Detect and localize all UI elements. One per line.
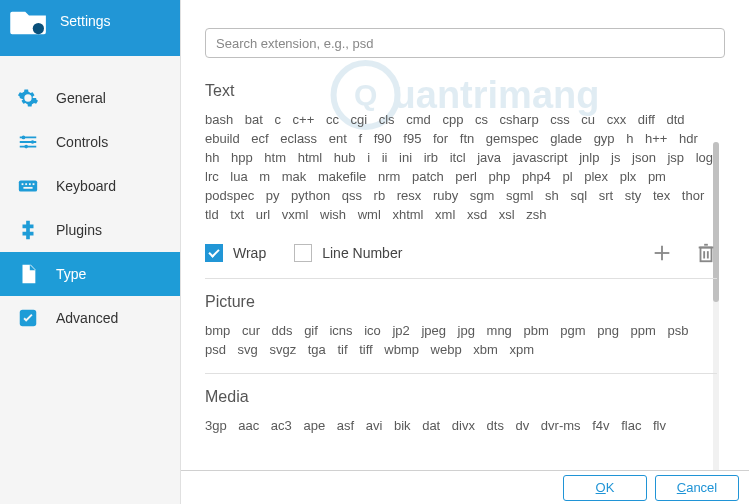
wrap-label: Wrap	[233, 245, 266, 261]
sidebar-item-plugins[interactable]: Plugins	[0, 208, 180, 252]
cancel-button[interactable]: Cancel	[655, 475, 739, 501]
main-panel: Quantrimang Text bash bat c c++ cc cgi c…	[181, 0, 749, 504]
sliders-icon	[14, 128, 42, 156]
sidebar-item-general[interactable]: General	[0, 76, 180, 120]
svg-rect-4	[19, 181, 37, 192]
separator	[205, 278, 717, 279]
separator	[205, 373, 717, 374]
sidebar-item-label: Advanced	[56, 310, 118, 326]
search-input[interactable]	[205, 28, 725, 58]
svg-rect-13	[701, 248, 712, 262]
sidebar-item-label: Type	[56, 266, 86, 282]
sidebar-item-label: Controls	[56, 134, 108, 150]
file-type-icon	[14, 260, 42, 288]
sidebar-item-keyboard[interactable]: Keyboard	[0, 164, 180, 208]
linenumber-label: Line Number	[322, 245, 402, 261]
sidebar-header: Settings	[0, 0, 180, 56]
svg-point-1	[22, 136, 26, 140]
footer: OK Cancel	[181, 470, 749, 504]
keyboard-icon	[14, 172, 42, 200]
svg-rect-8	[33, 183, 35, 185]
svg-rect-6	[25, 183, 27, 185]
options-row: Wrap Line Number	[205, 242, 717, 264]
gear-icon	[14, 84, 42, 112]
sidebar-item-advanced[interactable]: Advanced	[0, 296, 180, 340]
sidebar-item-label: Keyboard	[56, 178, 116, 194]
advanced-icon	[14, 304, 42, 332]
section-title-media: Media	[205, 388, 717, 406]
sidebar: Settings General Controls Keyboard	[0, 0, 181, 504]
ok-button[interactable]: OK	[563, 475, 647, 501]
extension-list-media[interactable]: 3gp aac ac3 ape asf avi bik dat divx dts…	[205, 416, 717, 435]
svg-point-3	[24, 145, 28, 149]
svg-point-0	[33, 23, 44, 34]
folder-settings-icon	[10, 6, 48, 36]
sidebar-item-type[interactable]: Type	[0, 252, 180, 296]
sidebar-item-controls[interactable]: Controls	[0, 120, 180, 164]
delete-icon[interactable]	[695, 242, 717, 264]
linenumber-checkbox[interactable]	[294, 244, 312, 262]
sidebar-item-label: General	[56, 90, 106, 106]
extension-list-picture[interactable]: bmp cur dds gif icns ico jp2 jpeg jpg mn…	[205, 321, 717, 359]
svg-rect-7	[29, 183, 31, 185]
plugin-icon	[14, 216, 42, 244]
section-title-text: Text	[205, 82, 717, 100]
wrap-checkbox[interactable]	[205, 244, 223, 262]
svg-rect-9	[23, 187, 32, 189]
section-title-picture: Picture	[205, 293, 717, 311]
svg-rect-5	[22, 183, 24, 185]
add-icon[interactable]	[651, 242, 673, 264]
nav: General Controls Keyboard Plugins	[0, 56, 180, 340]
settings-title: Settings	[60, 13, 111, 29]
sidebar-item-label: Plugins	[56, 222, 102, 238]
svg-point-2	[31, 140, 35, 144]
extension-list-text[interactable]: bash bat c c++ cc cgi cls cmd cpp cs csh…	[205, 110, 717, 224]
